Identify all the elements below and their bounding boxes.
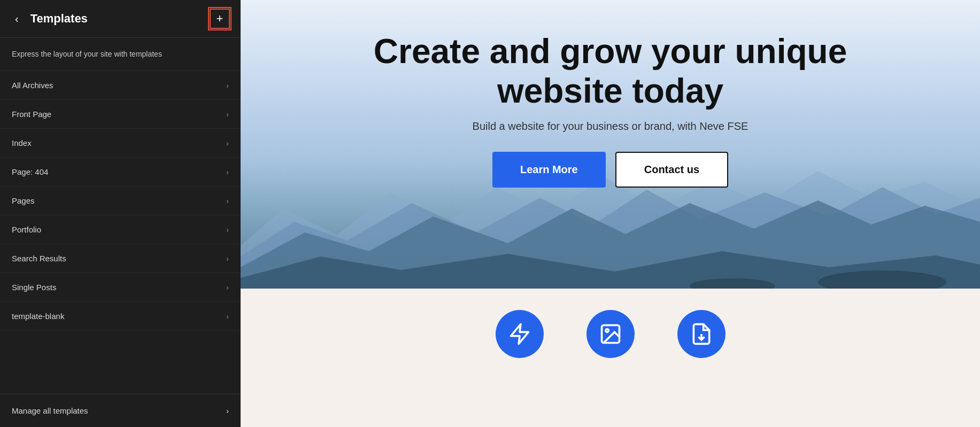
sidebar: ‹ Templates + Express the layout of your… bbox=[0, 0, 241, 427]
nav-item-label: Portfolio bbox=[12, 225, 41, 234]
add-template-button[interactable]: + bbox=[210, 9, 230, 29]
document-download-icon bbox=[690, 322, 713, 346]
sidebar-header-left: ‹ Templates bbox=[11, 11, 88, 27]
feature-icon-lightning bbox=[496, 310, 544, 358]
chevron-right-icon: › bbox=[226, 110, 229, 119]
chevron-right-icon: › bbox=[226, 168, 229, 176]
features-section bbox=[241, 289, 980, 427]
sidebar-header: ‹ Templates + bbox=[0, 0, 241, 38]
learn-more-button[interactable]: Learn More bbox=[492, 152, 606, 188]
feature-icon-download bbox=[677, 310, 726, 358]
sidebar-item-template-blank[interactable]: template-blank› bbox=[0, 302, 241, 331]
nav-item-label: Pages bbox=[12, 196, 35, 205]
sidebar-item-search-results[interactable]: Search Results› bbox=[0, 244, 241, 273]
feature-item-speed bbox=[496, 310, 544, 406]
sidebar-item-index[interactable]: Index› bbox=[0, 129, 241, 158]
sidebar-footer: Manage all templates › bbox=[0, 394, 241, 427]
contact-us-button[interactable]: Contact us bbox=[615, 152, 728, 188]
nav-item-label: Index bbox=[12, 138, 32, 147]
nav-item-label: Single Posts bbox=[12, 283, 56, 292]
feature-item-media bbox=[587, 310, 635, 406]
sidebar-item-front-page[interactable]: Front Page› bbox=[0, 100, 241, 129]
feature-icon-image bbox=[587, 310, 635, 358]
nav-item-label: Search Results bbox=[12, 254, 66, 263]
chevron-right-icon: › bbox=[226, 81, 229, 90]
chevron-right-icon: › bbox=[226, 406, 229, 415]
sidebar-item-portfolio[interactable]: Portfolio› bbox=[0, 215, 241, 244]
sidebar-description: Express the layout of your site with tem… bbox=[0, 38, 241, 71]
lightning-icon bbox=[508, 322, 531, 346]
chevron-right-icon: › bbox=[226, 283, 229, 292]
sidebar-item-all-archives[interactable]: All Archives› bbox=[0, 71, 241, 100]
sidebar-item-page-404[interactable]: Page: 404› bbox=[0, 158, 241, 187]
chevron-right-icon: › bbox=[226, 312, 229, 321]
nav-item-label: Front Page bbox=[12, 110, 51, 119]
hero-text-block: Create and grow your unique website toda… bbox=[370, 32, 851, 152]
manage-all-templates-item[interactable]: Manage all templates › bbox=[0, 394, 241, 427]
sidebar-nav: All Archives›Front Page›Index›Page: 404›… bbox=[0, 71, 241, 394]
hero-section: Create and grow your unique website toda… bbox=[241, 0, 980, 289]
svg-point-3 bbox=[605, 329, 608, 332]
chevron-right-icon: › bbox=[226, 139, 229, 147]
hero-subtitle: Build a website for your business or bra… bbox=[370, 120, 851, 133]
image-icon bbox=[599, 322, 622, 346]
chevron-right-icon: › bbox=[226, 197, 229, 205]
back-button[interactable]: ‹ bbox=[11, 11, 23, 27]
chevron-right-icon: › bbox=[226, 254, 229, 263]
feature-item-export bbox=[677, 310, 726, 406]
hero-title: Create and grow your unique website toda… bbox=[370, 32, 851, 111]
manage-all-templates-label: Manage all templates bbox=[12, 406, 88, 415]
nav-item-label: Page: 404 bbox=[12, 167, 48, 176]
chevron-right-icon: › bbox=[226, 226, 229, 234]
main-content: Create and grow your unique website toda… bbox=[241, 0, 980, 427]
hero-buttons: Learn More Contact us bbox=[492, 152, 728, 188]
sidebar-item-pages[interactable]: Pages› bbox=[0, 187, 241, 215]
nav-item-label: All Archives bbox=[12, 81, 53, 90]
sidebar-item-single-posts[interactable]: Single Posts› bbox=[0, 273, 241, 302]
sidebar-title: Templates bbox=[30, 12, 88, 26]
nav-item-label: template-blank bbox=[12, 312, 64, 321]
